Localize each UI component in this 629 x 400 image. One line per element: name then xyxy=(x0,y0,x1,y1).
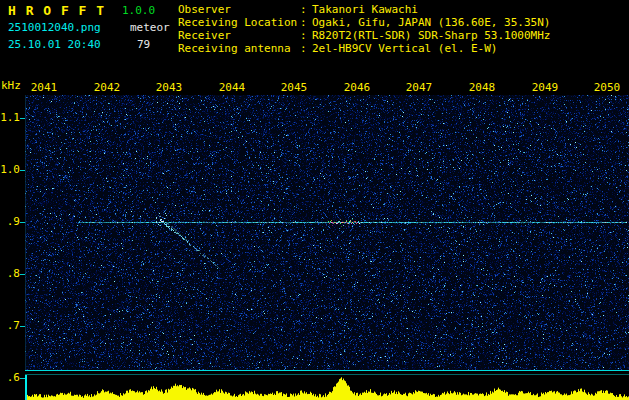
info-colon: : xyxy=(300,30,312,42)
info-label: Receiver xyxy=(178,30,300,42)
info-row-antenna: Receiving antenna : 2el-HB9CV Vertical (… xyxy=(178,43,497,55)
info-value: 2el-HB9CV Vertical (el. E-W) xyxy=(312,43,497,55)
x-tick-label: 2048 xyxy=(467,82,497,94)
info-colon: : xyxy=(300,43,312,55)
echo-count: 79 xyxy=(137,39,150,51)
y-tick-label: 1.1 xyxy=(0,112,20,124)
x-tick-label: 2047 xyxy=(404,82,434,94)
info-value: R820T2(RTL-SDR) SDR-Sharp 53.1000MHz xyxy=(312,30,550,42)
y-tick-label: .8 xyxy=(0,268,20,280)
app-title: H R O F F T xyxy=(8,3,105,18)
y-tick-label: 1.0 xyxy=(0,164,20,176)
datetime-label: 25.10.01 20:40 xyxy=(8,39,101,51)
y-tick-label: .7 xyxy=(0,320,20,332)
info-row-receiver: Receiver : R820T2(RTL-SDR) SDR-Sharp 53.… xyxy=(178,30,550,42)
level-histogram-canvas xyxy=(25,375,629,400)
info-label: Observer xyxy=(178,4,300,16)
app-version: 1.0.0 xyxy=(122,5,155,17)
x-tick-label: 2043 xyxy=(154,82,184,94)
y-axis-unit: kHz xyxy=(1,80,21,92)
y-tick-label: .6 xyxy=(0,372,20,384)
x-tick-label: 2042 xyxy=(92,82,122,94)
separator-line xyxy=(25,370,629,371)
x-tick-label: 2049 xyxy=(530,82,560,94)
info-colon: : xyxy=(300,17,312,29)
info-colon: : xyxy=(300,4,312,16)
x-tick-label: 2044 xyxy=(217,82,247,94)
info-row-location: Receiving Location : Ogaki, Gifu, JAPAN … xyxy=(178,17,550,29)
info-label: Receiving antenna xyxy=(178,43,300,55)
info-label: Receiving Location xyxy=(178,17,300,29)
hrofft-output: H R O F F T 1.0.0 2510012040.png meteor … xyxy=(0,0,629,400)
y-tick-label: .9 xyxy=(0,216,20,228)
info-row-observer: Observer : Takanori Kawachi xyxy=(178,4,418,16)
mode-label: meteor xyxy=(130,22,170,34)
output-filename: 2510012040.png xyxy=(8,22,101,34)
info-value: Takanori Kawachi xyxy=(312,4,418,16)
spectrogram-canvas xyxy=(25,95,629,371)
x-tick-label: 2050 xyxy=(592,82,622,94)
x-tick-label: 2041 xyxy=(29,82,59,94)
x-tick-label: 2046 xyxy=(342,82,372,94)
x-tick-label: 2045 xyxy=(279,82,309,94)
info-value: Ogaki, Gifu, JAPAN (136.60E, 35.35N) xyxy=(312,17,550,29)
